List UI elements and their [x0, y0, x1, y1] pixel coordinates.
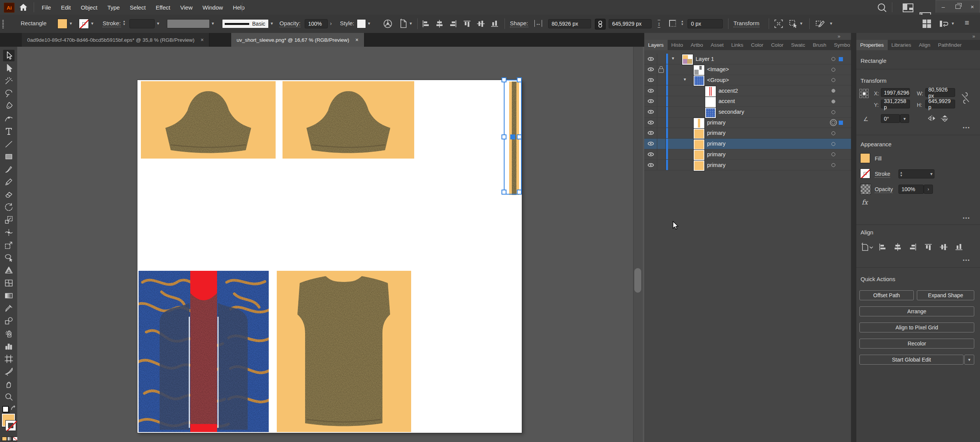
stroke-color-indicator[interactable] — [6, 421, 16, 431]
lasso-tool[interactable] — [3, 88, 15, 99]
visibility-toggle[interactable] — [644, 54, 657, 64]
tab-align[interactable]: Align — [915, 40, 934, 50]
start-global-edit-icon[interactable] — [815, 19, 825, 29]
layer-thumbnail[interactable] — [705, 108, 716, 118]
blend-tool[interactable] — [3, 315, 15, 327]
layer-label[interactable]: secondary — [719, 109, 744, 115]
chevron-down-icon[interactable]: ▾ — [271, 21, 273, 26]
zoom-tool[interactable] — [3, 391, 15, 403]
scrollbar-thumb[interactable] — [634, 268, 641, 293]
fill-swatch[interactable] — [860, 153, 870, 163]
lock-toggle[interactable] — [657, 107, 666, 117]
paintbrush-tool[interactable] — [3, 164, 15, 175]
layer-label[interactable]: primary — [707, 120, 725, 126]
tab-properties[interactable]: Properties — [856, 40, 888, 50]
chevron-down-icon[interactable]: ▾ — [70, 21, 72, 26]
tab-color[interactable]: Color — [747, 40, 767, 50]
lock-toggle[interactable] — [657, 139, 666, 149]
lock-toggle[interactable] — [657, 64, 666, 75]
corner-radius-field[interactable]: 0 px — [688, 19, 723, 28]
start-global-edit-button[interactable]: Start Global Edit — [859, 355, 964, 365]
menu-help[interactable]: Help — [228, 0, 250, 15]
visibility-toggle[interactable] — [644, 96, 657, 106]
y-field[interactable]: 331,2258 p — [881, 100, 910, 108]
link-dimensions-icon[interactable] — [595, 19, 606, 29]
layer-label[interactable]: primary — [707, 162, 725, 168]
graphic-style-swatch[interactable] — [357, 19, 366, 28]
align-right-icon[interactable] — [449, 20, 458, 28]
rotation-dropdown[interactable]: ▾ — [900, 114, 909, 123]
align-to-pixel-grid-button[interactable]: Align to Pixel Grid — [859, 322, 974, 332]
minimize-button[interactable]: – — [936, 1, 951, 13]
layer-thumbnail[interactable] — [694, 129, 704, 139]
perspective-grid-tool[interactable] — [3, 265, 15, 276]
stroke-swatch[interactable] — [860, 169, 870, 178]
tab-assets[interactable]: Asset — [707, 40, 728, 50]
visibility-toggle[interactable] — [644, 75, 657, 85]
layer-thumbnail[interactable] — [694, 150, 704, 160]
selection-handle-mid-left[interactable] — [501, 134, 506, 139]
stroke-color-swatch[interactable] — [79, 19, 89, 29]
shape-width-field[interactable]: 80,5926 px — [548, 19, 591, 28]
layer-thumbnail[interactable] — [705, 97, 716, 107]
target-circle[interactable] — [831, 57, 835, 61]
layer-label[interactable]: primary — [707, 130, 725, 136]
opacity-link[interactable]: Opacity — [875, 186, 893, 193]
shape-height-field[interactable]: 645,9929 px — [609, 19, 652, 28]
opacity-field[interactable]: 100% — [305, 19, 328, 28]
layer-row-selected[interactable]: primary — [644, 139, 851, 149]
menu-view[interactable]: View — [175, 0, 198, 15]
chevron-right-icon[interactable]: › — [330, 20, 332, 26]
selection-handle-mid-right[interactable] — [517, 134, 522, 139]
gradient-mode-button[interactable] — [7, 437, 12, 441]
layer-row[interactable]: primary — [644, 128, 851, 139]
opacity-field[interactable]: 100% — [898, 185, 924, 194]
tab-links[interactable]: Links — [727, 40, 747, 50]
align-vertical-center-icon[interactable] — [939, 243, 948, 251]
visibility-toggle[interactable] — [644, 64, 657, 75]
stroke-weight-combo[interactable]: ▴▾ ▾ — [898, 169, 934, 178]
color-mode-button[interactable] — [2, 437, 7, 441]
selection-handle-top-right[interactable] — [517, 77, 522, 82]
shaper-tool[interactable] — [3, 176, 15, 188]
layer-label[interactable]: Layer 1 — [696, 56, 714, 62]
layer-row[interactable]: accent — [644, 96, 851, 107]
align-left-icon[interactable] — [878, 243, 887, 251]
brush-definition-dropdown[interactable]: Basic — [222, 19, 269, 28]
target-circle[interactable] — [831, 142, 835, 146]
lock-toggle[interactable] — [657, 117, 666, 128]
layer-label[interactable]: accent2 — [719, 88, 738, 94]
selection-handle-top-left[interactable] — [501, 77, 506, 82]
align-left-icon[interactable] — [421, 20, 430, 28]
align-top-icon[interactable] — [924, 243, 933, 251]
more-options-icon[interactable]: ••• — [963, 125, 970, 131]
align-right-icon[interactable] — [908, 243, 918, 251]
mesh-tool[interactable] — [3, 277, 15, 289]
selection-handle-bottom-left[interactable] — [501, 190, 506, 195]
selection-indicator-square[interactable] — [839, 121, 843, 125]
layer-row[interactable]: secondary — [644, 107, 851, 118]
visibility-toggle[interactable] — [644, 160, 657, 170]
tab-color-guide[interactable]: Color — [767, 40, 787, 50]
reference-point-selector[interactable] — [859, 89, 869, 99]
pattern-piece-sleeve-2[interactable] — [283, 81, 414, 159]
stroke-weight-field[interactable] — [129, 19, 155, 28]
stroke-weight-stepper[interactable]: ▴▾ — [123, 20, 125, 26]
layer-thumbnail[interactable] — [705, 86, 716, 97]
artboard[interactable] — [137, 80, 522, 433]
target-circle[interactable] — [831, 89, 835, 93]
chevron-down-icon[interactable]: ▾ — [930, 171, 933, 177]
document-tab[interactable]: 0ad9de10-89cf-470b-8d46-0bcd5b5915bf.eps… — [22, 33, 209, 47]
lock-toggle[interactable] — [657, 85, 666, 96]
target-circle[interactable] — [831, 110, 835, 114]
selection-indicator-square[interactable] — [839, 57, 843, 61]
selection-center-point[interactable] — [510, 134, 515, 139]
align-to-selection-icon[interactable] — [860, 242, 873, 252]
x-field[interactable]: 1997,6296 — [881, 88, 910, 97]
rotate-tool[interactable] — [3, 201, 15, 213]
more-options-icon[interactable]: ••• — [963, 215, 970, 221]
shape-builder-tool[interactable] — [3, 252, 15, 264]
align-vertical-center-icon[interactable] — [476, 20, 485, 28]
free-transform-tool[interactable] — [3, 239, 15, 251]
fill-color-swatch[interactable] — [57, 19, 67, 29]
